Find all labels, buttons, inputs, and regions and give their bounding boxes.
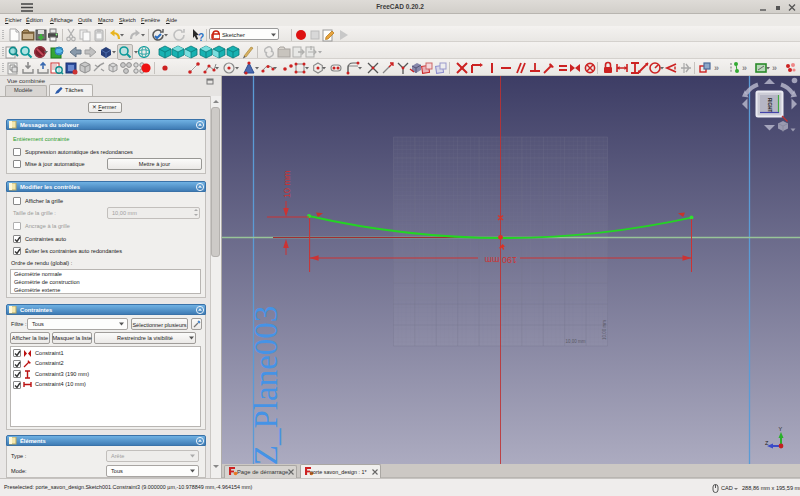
svg-text:YZ_Plane003: YZ_Plane003 [248, 306, 284, 464]
svg-text:Y: Y [779, 426, 783, 432]
svg-text:190 mm: 190 mm [484, 255, 517, 265]
svg-text:10,00 mm: 10,00 mm [566, 339, 586, 344]
svg-text:10 mm: 10 mm [282, 170, 292, 198]
svg-text:RIGHT: RIGHT [767, 98, 772, 112]
svg-text:10,00 mm: 10,00 mm [602, 320, 607, 340]
svg-text:?: ? [198, 32, 204, 42]
